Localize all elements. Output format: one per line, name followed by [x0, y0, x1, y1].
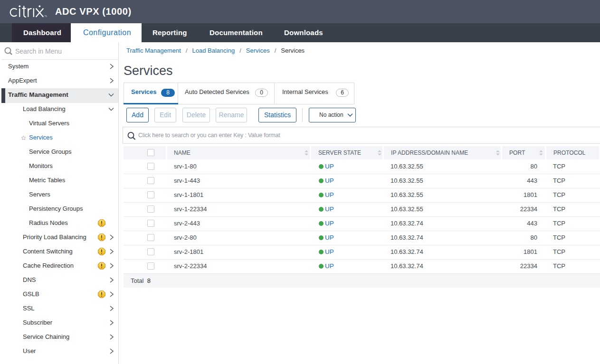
svg-text:TM: TM [45, 15, 48, 18]
